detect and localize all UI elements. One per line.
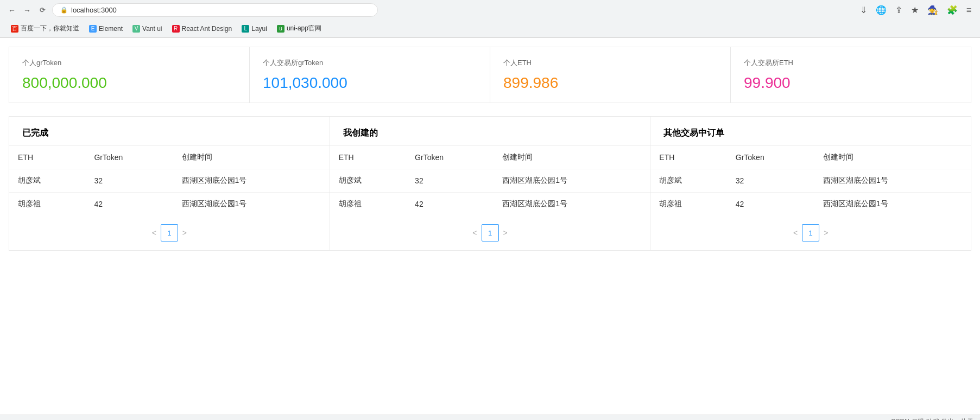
bookmark-icon-react-ant: R bbox=[172, 25, 180, 33]
section-title-my-created: 我创建的 bbox=[330, 117, 650, 145]
col-header: 创建时间 bbox=[494, 146, 650, 169]
table-header-row: ETHGrToken创建时间 bbox=[330, 146, 650, 169]
stat-label-exchange-eth: 个人交易所ETH bbox=[744, 58, 958, 68]
table-row: 胡彦祖42西湖区湖底公园1号 bbox=[9, 193, 330, 216]
col-header: 创建时间 bbox=[814, 146, 971, 169]
pagination-other-trading: < 1 > bbox=[650, 215, 971, 250]
table-cell: 胡彦斌 bbox=[330, 169, 406, 193]
star-icon[interactable]: ★ bbox=[909, 4, 921, 16]
prev-page-other-trading[interactable]: < bbox=[793, 228, 798, 237]
pagination-completed: < 1 > bbox=[9, 215, 330, 250]
next-page-my-created[interactable]: > bbox=[503, 228, 508, 237]
table-section-other-trading: 其他交易中订单 ETHGrToken创建时间 胡彦斌32西湖区湖底公园1号 胡彦… bbox=[650, 116, 971, 251]
bookmark-icon-uniapp: u bbox=[277, 25, 284, 33]
table-cell: 西湖区湖底公园1号 bbox=[173, 169, 330, 193]
table-cell: 胡彦祖 bbox=[330, 193, 406, 216]
page-btn-my-created[interactable]: 1 bbox=[482, 224, 499, 241]
browser-chrome: ← → ⟳ 🔒 localhost:3000 ⇓ 🌐 ⇪ ★ 🧙 🧩 ≡ 百百度… bbox=[0, 0, 980, 38]
translate-icon[interactable]: 🌐 bbox=[874, 4, 889, 16]
stat-card-exchange-eth: 个人交易所ETH 99.900 bbox=[731, 47, 971, 103]
bookmark-item-uniapp[interactable]: uuni-app官网 bbox=[273, 22, 326, 35]
browser-actions: ⇓ 🌐 ⇪ ★ 🧙 🧩 ≡ bbox=[858, 4, 973, 16]
section-title-completed: 已完成 bbox=[9, 117, 330, 145]
next-page-completed[interactable]: > bbox=[182, 228, 187, 237]
table-section-my-created: 我创建的 ETHGrToken创建时间 胡彦斌32西湖区湖底公园1号 胡彦祖42… bbox=[330, 116, 651, 251]
table-row: 胡彦斌32西湖区湖底公园1号 bbox=[9, 169, 330, 193]
data-table-other-trading: ETHGrToken创建时间 胡彦斌32西湖区湖底公园1号 胡彦祖42西湖区湖底… bbox=[650, 145, 971, 215]
table-cell: 42 bbox=[406, 193, 494, 216]
tables-row: 已完成 ETHGrToken创建时间 胡彦斌32西湖区湖底公园1号 胡彦祖42西… bbox=[9, 116, 971, 251]
menu-icon[interactable]: ≡ bbox=[964, 4, 973, 16]
address-text: localhost:3000 bbox=[71, 6, 117, 14]
bookmark-item-layui[interactable]: LLayui bbox=[237, 23, 271, 34]
table-cell: 西湖区湖底公园1号 bbox=[494, 193, 650, 216]
next-page-other-trading[interactable]: > bbox=[824, 228, 828, 237]
footer-text: CSDN @跟 耿瑞 卷出一片天 bbox=[891, 417, 973, 420]
bookmark-item-vantui[interactable]: VVant ui bbox=[128, 23, 166, 34]
section-title-other-trading: 其他交易中订单 bbox=[650, 117, 971, 145]
page-btn-other-trading[interactable]: 1 bbox=[802, 224, 819, 241]
col-header: 创建时间 bbox=[173, 146, 330, 169]
col-header: ETH bbox=[9, 146, 85, 169]
stat-value-personal-eth: 899.986 bbox=[503, 74, 717, 92]
col-header: GrToken bbox=[727, 146, 814, 169]
bookmark-label-baidu: 百度一下，你就知道 bbox=[21, 24, 79, 33]
footer-bar: CSDN @跟 耿瑞 卷出一片天 bbox=[0, 415, 980, 420]
extension-icon[interactable]: 🧙 bbox=[925, 4, 940, 16]
back-button[interactable]: ← bbox=[7, 5, 17, 16]
browser-toolbar: ← → ⟳ 🔒 localhost:3000 ⇓ 🌐 ⇪ ★ 🧙 🧩 ≡ bbox=[0, 0, 980, 20]
col-header: GrToken bbox=[406, 146, 494, 169]
bookmark-item-react-ant[interactable]: RReact Ant Design bbox=[168, 23, 237, 34]
stat-card-personal-eth: 个人ETH 899.986 bbox=[490, 47, 731, 103]
col-header: GrToken bbox=[85, 146, 173, 169]
stat-label-personal-eth: 个人ETH bbox=[503, 58, 717, 68]
col-header: ETH bbox=[330, 146, 406, 169]
stat-value-personal-grtoken: 800,000.000 bbox=[22, 74, 236, 92]
bookmarks-bar: 百百度一下，你就知道EElementVVant uiRReact Ant Des… bbox=[0, 20, 980, 37]
pagination-my-created: < 1 > bbox=[330, 215, 650, 250]
table-row: 胡彦祖42西湖区湖底公园1号 bbox=[650, 193, 971, 216]
table-row: 胡彦斌32西湖区湖底公园1号 bbox=[650, 169, 971, 193]
table-row: 胡彦斌32西湖区湖底公园1号 bbox=[330, 169, 650, 193]
table-cell: 西湖区湖底公园1号 bbox=[173, 193, 330, 216]
lock-icon: 🔒 bbox=[60, 7, 68, 14]
share-icon[interactable]: ⇪ bbox=[893, 4, 905, 16]
download-icon[interactable]: ⇓ bbox=[858, 4, 869, 16]
bookmark-label-react-ant: React Ant Design bbox=[182, 25, 232, 33]
table-cell: 西湖区湖底公园1号 bbox=[814, 169, 971, 193]
table-header-row: ETHGrToken创建时间 bbox=[9, 146, 330, 169]
data-table-my-created: ETHGrToken创建时间 胡彦斌32西湖区湖底公园1号 胡彦祖42西湖区湖底… bbox=[330, 145, 650, 215]
bookmark-icon-layui: L bbox=[242, 25, 249, 33]
app-content: 个人grToken 800,000.000 个人交易所grToken 101,0… bbox=[0, 38, 980, 415]
bookmark-label-vantui: Vant ui bbox=[142, 25, 162, 33]
bookmark-item-element[interactable]: EElement bbox=[85, 23, 127, 34]
page-btn-completed[interactable]: 1 bbox=[161, 224, 178, 241]
table-cell: 32 bbox=[406, 169, 494, 193]
prev-page-completed[interactable]: < bbox=[152, 228, 156, 237]
stat-value-exchange-grtoken: 101,030.000 bbox=[263, 74, 477, 92]
bookmark-label-element: Element bbox=[99, 25, 123, 33]
stat-label-personal-grtoken: 个人grToken bbox=[22, 58, 236, 68]
table-cell: 西湖区湖底公园1号 bbox=[494, 169, 650, 193]
table-cell: 胡彦祖 bbox=[650, 193, 726, 216]
table-section-completed: 已完成 ETHGrToken创建时间 胡彦斌32西湖区湖底公园1号 胡彦祖42西… bbox=[9, 116, 330, 251]
table-cell: 32 bbox=[727, 169, 814, 193]
forward-button[interactable]: → bbox=[22, 5, 33, 16]
bookmark-item-baidu[interactable]: 百百度一下，你就知道 bbox=[7, 22, 84, 35]
table-row: 胡彦祖42西湖区湖底公园1号 bbox=[330, 193, 650, 216]
data-table-completed: ETHGrToken创建时间 胡彦斌32西湖区湖底公园1号 胡彦祖42西湖区湖底… bbox=[9, 145, 330, 215]
table-cell: 42 bbox=[85, 193, 173, 216]
puzzle-icon[interactable]: 🧩 bbox=[945, 4, 960, 16]
col-header: ETH bbox=[650, 146, 726, 169]
table-cell: 西湖区湖底公园1号 bbox=[814, 193, 971, 216]
prev-page-my-created[interactable]: < bbox=[472, 228, 477, 237]
bookmark-label-layui: Layui bbox=[251, 25, 267, 33]
bookmark-icon-vantui: V bbox=[132, 25, 140, 33]
stat-label-exchange-grtoken: 个人交易所grToken bbox=[263, 58, 477, 68]
refresh-button[interactable]: ⟳ bbox=[37, 5, 48, 16]
bookmark-label-uniapp: uni-app官网 bbox=[287, 24, 321, 33]
table-cell: 胡彦斌 bbox=[9, 169, 85, 193]
address-bar[interactable]: 🔒 localhost:3000 bbox=[52, 3, 378, 17]
table-cell: 胡彦祖 bbox=[9, 193, 85, 216]
table-cell: 42 bbox=[727, 193, 814, 216]
